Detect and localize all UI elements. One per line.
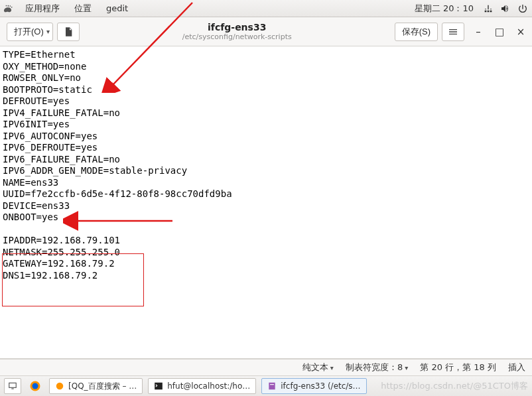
window-title: ifcfg-ens33 /etc/sysconfig/network-scrip… <box>84 22 391 42</box>
save-button[interactable]: 保存(S) <box>395 23 438 41</box>
svg-rect-2 <box>9 383 17 387</box>
svg-rect-9 <box>270 384 274 385</box>
document-new-icon <box>63 27 74 37</box>
menu-app-gedit[interactable]: gedit <box>103 3 131 13</box>
syntax-selector[interactable]: 纯文本 <box>302 362 334 373</box>
window-controls: – □ × <box>474 26 525 38</box>
svg-rect-8 <box>269 383 275 390</box>
svg-point-6 <box>56 383 64 390</box>
open-button[interactable]: 打开(O) ▾ <box>7 23 53 41</box>
taskbar-item-label: ifcfg-ens33 (/etc/s… <box>281 381 360 391</box>
gedit-icon <box>267 381 277 391</box>
clock[interactable]: 星期二 20：10 <box>412 3 476 15</box>
firefox-icon <box>55 381 64 391</box>
menu-applications[interactable]: 应用程序 <box>23 3 62 15</box>
gnome-foot-icon <box>4 4 13 13</box>
editor-viewport[interactable]: TYPE=Ethernet OXY_METHOD=none ROWSER_ONL… <box>0 46 532 359</box>
open-button-label: 打开(O) <box>14 26 44 38</box>
network-icon[interactable] <box>483 3 494 14</box>
terminal-icon <box>154 381 163 391</box>
new-document-button[interactable] <box>57 23 80 41</box>
title-path: /etc/sysconfig/network-scripts <box>84 33 391 41</box>
taskbar-item-browser[interactable]: [QQ_百度搜索 – … <box>49 378 143 394</box>
editor-content[interactable]: TYPE=Ethernet OXY_METHOD=none ROWSER_ONL… <box>0 46 532 284</box>
gnome-taskbar: [QQ_百度搜索 – … hfut@localhost:/ho… ifcfg-e… <box>0 376 532 396</box>
close-button[interactable]: × <box>516 26 525 38</box>
power-icon[interactable] <box>517 3 528 14</box>
taskbar-item-label: [QQ_百度搜索 – … <box>68 381 137 392</box>
svg-rect-7 <box>155 383 163 390</box>
minimize-button[interactable]: – <box>474 26 483 38</box>
svg-point-5 <box>33 383 38 389</box>
firefox-icon <box>29 380 41 392</box>
insert-mode: 插入 <box>508 362 525 373</box>
menu-places[interactable]: 位置 <box>72 3 94 15</box>
volume-icon[interactable] <box>500 3 511 14</box>
cursor-position: 第 20 行，第 18 列 <box>420 362 496 373</box>
chevron-down-icon: ▾ <box>46 28 50 35</box>
taskbar-item-terminal[interactable]: hfut@localhost:/ho… <box>148 378 256 394</box>
gnome-menubar: 应用程序 位置 gedit 星期二 20：10 <box>0 0 532 17</box>
desktop-icon <box>8 381 17 391</box>
taskbar-item-label: hfut@localhost:/ho… <box>167 381 250 391</box>
show-desktop-button[interactable] <box>4 378 21 394</box>
title-filename: ifcfg-ens33 <box>84 22 391 33</box>
firefox-launcher[interactable] <box>27 378 44 394</box>
tabwidth-selector[interactable]: 制表符宽度：8 <box>346 362 408 373</box>
maximize-button[interactable]: □ <box>495 26 504 38</box>
statusbar: 纯文本 制表符宽度：8 第 20 行，第 18 列 插入 <box>0 359 532 376</box>
hamburger-menu-button[interactable] <box>442 23 464 41</box>
taskbar-item-gedit[interactable]: ifcfg-ens33 (/etc/s… <box>261 378 366 394</box>
hamburger-icon <box>448 27 458 37</box>
svg-rect-3 <box>11 389 14 389</box>
gedit-toolbar: 打开(O) ▾ ifcfg-ens33 /etc/sysconfig/netwo… <box>0 17 532 46</box>
